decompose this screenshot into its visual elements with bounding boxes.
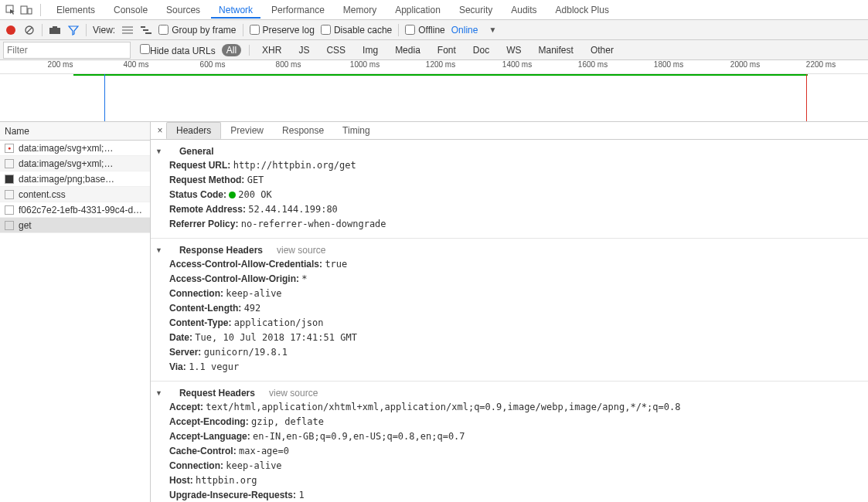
offline-label: Offline — [418, 25, 444, 36]
header-key: Date: — [169, 332, 195, 343]
tick-label: 200 ms — [48, 60, 73, 69]
type-doc[interactable]: Doc — [468, 44, 494, 56]
disable-cache-checkbox[interactable]: Disable cache — [321, 25, 392, 36]
tick-label: 2000 ms — [730, 60, 760, 69]
tab-sources[interactable]: Sources — [158, 2, 208, 19]
request-headers-toggle[interactable]: ▼Request Headersview source — [151, 386, 868, 400]
type-js[interactable]: JS — [294, 44, 314, 56]
hide-data-urls-checkbox[interactable]: Hide data URLs — [140, 44, 216, 56]
tick-label: 1000 ms — [350, 60, 380, 69]
response-headers-section: ▼Response Headersview source Access-Cont… — [151, 239, 868, 382]
request-row[interactable]: data:image/svg+xml;… — [0, 156, 150, 171]
filter-input[interactable] — [3, 42, 131, 59]
request-row[interactable]: data:image/png;base… — [0, 171, 150, 187]
triangle-down-icon: ▼ — [155, 246, 162, 254]
view-list-icon[interactable] — [121, 24, 134, 36]
section-label: Request Headers — [179, 388, 255, 399]
filter-icon[interactable] — [67, 24, 80, 36]
tab-memory[interactable]: Memory — [335, 2, 384, 19]
header-value: application/json — [234, 317, 324, 328]
svg-rect-5 — [49, 28, 60, 34]
svg-rect-11 — [143, 29, 148, 31]
detail-tab-headers[interactable]: Headers — [166, 122, 221, 139]
detail-tab-preview[interactable]: Preview — [221, 123, 273, 138]
header-value: true — [325, 259, 347, 270]
request-name: f062c7e2-1efb-4331-99c4-d8… — [19, 205, 145, 215]
view-source-link[interactable]: view source — [277, 245, 325, 256]
header-key: Accept-Language: — [169, 431, 253, 442]
header-row: Request Method: GET — [151, 173, 868, 188]
type-img[interactable]: Img — [358, 44, 383, 56]
header-row: Access-Control-Allow-Origin: * — [151, 272, 868, 287]
type-font[interactable]: Font — [433, 44, 461, 56]
header-value: max-age=0 — [239, 446, 289, 456]
header-key: Accept: — [169, 402, 206, 412]
header-row: Accept-Encoding: gzip, deflate — [151, 415, 868, 429]
inspect-icon[interactable] — [5, 4, 17, 16]
section-label: General — [179, 146, 214, 157]
request-name: data:image/svg+xml;… — [19, 158, 113, 169]
preserve-log-checkbox[interactable]: Preserve log — [250, 25, 315, 36]
request-row[interactable]: ●data:image/svg+xml;… — [0, 141, 150, 156]
request-row[interactable]: get — [0, 218, 150, 233]
tab-adblock-plus[interactable]: Adblock Plus — [548, 2, 617, 19]
type-all[interactable]: All — [222, 44, 241, 56]
tab-network[interactable]: Network — [211, 2, 260, 19]
resource-icon: ● — [5, 144, 14, 153]
tick-label: 1600 ms — [578, 60, 608, 69]
throttle-select[interactable]: Online — [451, 25, 478, 36]
type-media[interactable]: Media — [390, 44, 425, 56]
view-source-link[interactable]: view source — [269, 388, 318, 399]
tick-label: 1200 ms — [426, 60, 455, 69]
view-waterfall-icon[interactable] — [140, 24, 152, 36]
request-name: get — [19, 220, 32, 231]
response-headers-toggle[interactable]: ▼Response Headersview source — [151, 243, 868, 257]
tab-performance[interactable]: Performance — [264, 2, 332, 19]
type-other[interactable]: Other — [586, 44, 618, 56]
timeline-ruler[interactable]: 200 ms 400 ms 600 ms 800 ms 1000 ms 1200… — [0, 60, 868, 74]
record-button[interactable] — [5, 24, 17, 36]
request-row[interactable]: f062c7e2-1efb-4331-99c4-d8… — [0, 202, 150, 218]
timeline-overview[interactable] — [0, 74, 868, 122]
offline-checkbox[interactable]: Offline — [405, 25, 444, 36]
header-value: 52.44.144.199:80 — [248, 204, 338, 215]
header-row: Referrer Policy: no-referrer-when-downgr… — [151, 217, 868, 232]
header-row: Server: gunicorn/19.8.1 — [151, 345, 868, 360]
request-row[interactable]: content.css — [0, 187, 150, 202]
header-key: Status Code: — [169, 189, 229, 200]
header-key: Request Method: — [169, 175, 247, 185]
group-by-frame-checkbox[interactable]: Group by frame — [158, 25, 236, 36]
capture-screenshot-icon[interactable] — [49, 24, 61, 36]
group-by-frame-label: Group by frame — [172, 25, 236, 36]
triangle-down-icon: ▼ — [155, 389, 162, 397]
tab-audits[interactable]: Audits — [503, 2, 544, 19]
general-toggle[interactable]: ▼General — [151, 144, 868, 158]
tab-application[interactable]: Application — [387, 2, 448, 19]
type-ws[interactable]: WS — [502, 44, 526, 56]
domcontentloaded-line — [104, 74, 105, 121]
preserve-log-label: Preserve log — [263, 25, 315, 36]
header-row: Connection: keep-alive — [151, 459, 868, 473]
detail-tab-response[interactable]: Response — [273, 123, 333, 138]
clear-button[interactable] — [23, 24, 36, 36]
close-icon[interactable]: × — [154, 125, 166, 136]
tab-elements[interactable]: Elements — [49, 2, 103, 19]
device-toggle-icon[interactable] — [20, 4, 32, 16]
resource-type-group: All XHR JS CSS Img Media Font Doc WS Man… — [222, 44, 618, 56]
svg-line-4 — [27, 27, 32, 32]
type-xhr[interactable]: XHR — [257, 44, 286, 56]
detail-tab-timing[interactable]: Timing — [333, 123, 380, 138]
column-header-name[interactable]: Name — [0, 122, 150, 141]
chevron-down-icon[interactable]: ▼ — [488, 25, 496, 34]
header-row: Connection: keep-alive — [151, 287, 868, 301]
type-manifest[interactable]: Manifest — [534, 44, 578, 56]
tab-console[interactable]: Console — [106, 2, 155, 19]
header-key: Accept-Encoding: — [169, 416, 251, 427]
header-value: en-IN,en-GB;q=0.9,en-US;q=0.8,en;q=0.7 — [253, 431, 465, 442]
detail-tab-bar: × Headers Preview Response Timing — [151, 122, 868, 140]
header-key: Remote Address: — [169, 204, 248, 215]
type-css[interactable]: CSS — [322, 44, 350, 56]
header-value: 492 — [244, 303, 261, 314]
tab-security[interactable]: Security — [451, 2, 500, 19]
tick-label: 2200 ms — [806, 60, 836, 69]
